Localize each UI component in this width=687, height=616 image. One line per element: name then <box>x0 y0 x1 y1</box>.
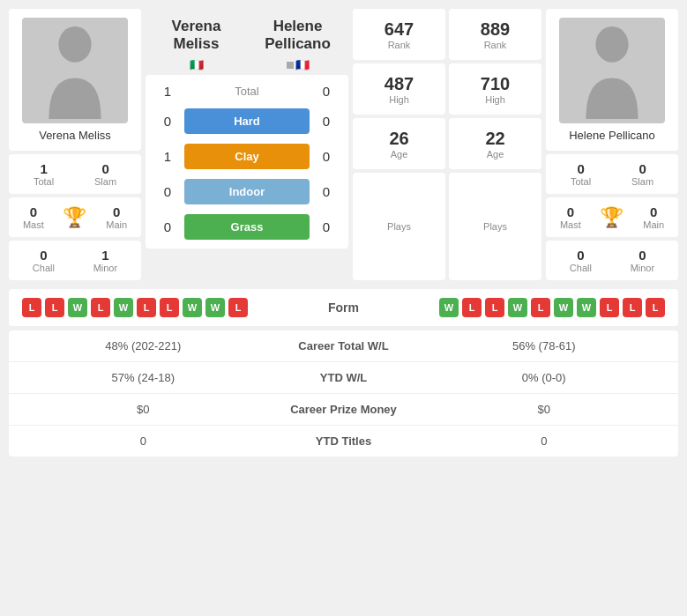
right-main-value: 0 <box>650 204 657 219</box>
right-slam-label: Slam <box>631 176 653 187</box>
right-slam-value: 0 <box>638 161 646 176</box>
left-total-surface: 1 <box>154 84 181 99</box>
left-main-label: Main <box>106 219 127 230</box>
right-ytd-wl: 0% (0-0) <box>423 371 666 384</box>
player-section: Verena Meliss 1 Total 0 Slam <box>0 0 687 289</box>
left-age-box: 26 Age <box>353 118 445 169</box>
left-flag: 🇮🇹 <box>146 58 247 71</box>
left-center-stats: 647 Rank 487 High 26 Age Plays <box>353 9 445 280</box>
right-total-label: Total <box>571 176 591 187</box>
form-badge-l: L <box>462 298 482 317</box>
right-header-name: HelenePellicano <box>247 18 348 54</box>
indoor-button[interactable]: Indoor <box>184 179 310 204</box>
form-badge-w: W <box>68 298 87 317</box>
form-badge-l: L <box>600 298 619 317</box>
right-high-box: 710 High <box>449 63 541 115</box>
right-chall-value: 0 <box>577 248 584 263</box>
center-right-stats: 647 Rank 487 High 26 Age Plays 889 <box>353 9 541 280</box>
left-slam-label: Slam <box>94 176 116 187</box>
left-header-name: VerenaMeliss <box>146 18 247 54</box>
grass-row: 0 Grass 0 <box>154 211 340 243</box>
left-indoor-score: 0 <box>154 184 181 199</box>
form-badge-w: W <box>554 298 573 317</box>
left-rank-label: Rank <box>357 40 441 50</box>
total-row: 1 Total 0 <box>154 80 340 102</box>
form-badge-l: L <box>137 298 156 317</box>
clay-row: 1 Clay 0 <box>154 140 340 173</box>
left-mast-cell: 0 Mast <box>23 204 44 230</box>
right-plays-box: Plays <box>449 173 541 280</box>
left-player-panel: Verena Meliss 1 Total 0 Slam <box>9 9 141 280</box>
left-minor-value: 1 <box>101 248 108 263</box>
right-high-label: High <box>453 94 537 105</box>
ytd-wl-label: YTD W/L <box>265 371 423 384</box>
left-name-header: VerenaMeliss 🇮🇹 <box>146 18 247 71</box>
left-chall-value: 0 <box>40 248 47 263</box>
right-stats-3: 0 Chall 0 Minor <box>546 241 678 280</box>
left-main-value: 0 <box>113 204 120 219</box>
left-stats-2: 0 Mast 🏆 0 Main <box>9 197 141 237</box>
left-ytd-wl: 57% (24-18) <box>22 371 265 384</box>
right-indoor-score: 0 <box>313 184 340 199</box>
players-names-row: VerenaMeliss 🇮🇹 HelenePellicano 🇫🇷 <box>146 9 348 71</box>
right-total-cell: 0 Total <box>571 161 591 187</box>
left-clay-score: 1 <box>154 149 181 164</box>
ytd-wl-row: 57% (24-18) YTD W/L 0% (0-0) <box>9 362 678 394</box>
hard-button[interactable]: Hard <box>184 108 310 134</box>
left-main-cell: 0 Main <box>106 204 127 230</box>
right-flag-dot <box>287 62 294 69</box>
left-plays-label: Plays <box>387 221 411 232</box>
prize-row: $0 Career Prize Money $0 <box>9 394 678 426</box>
right-form: WLLWLWWLLL <box>397 298 666 317</box>
left-minor-label: Minor <box>93 263 118 273</box>
left-slam-cell: 0 Slam <box>94 161 116 187</box>
left-trophy-icon: 🏆 <box>63 206 86 229</box>
right-mast-value: 0 <box>567 204 574 219</box>
left-total-cell: 1 Total <box>34 161 54 187</box>
career-wl-label: Career Total W/L <box>265 339 423 353</box>
right-rank-label: Rank <box>453 40 537 50</box>
grass-button[interactable]: Grass <box>184 214 310 240</box>
right-name-header: HelenePellicano 🇫🇷 <box>247 18 348 71</box>
right-stats-1: 0 Total 0 Slam <box>546 154 678 194</box>
right-age-box: 22 Age <box>449 118 541 169</box>
right-clay-score: 0 <box>313 149 340 164</box>
left-rank-box: 647 Rank <box>353 9 445 60</box>
right-grass-score: 0 <box>313 219 340 234</box>
right-titles: 0 <box>423 434 666 448</box>
clay-button[interactable]: Clay <box>184 144 310 169</box>
main-container: Verena Meliss 1 Total 0 Slam <box>0 0 687 456</box>
right-stats-2: 0 Mast 🏆 0 Main <box>546 197 678 237</box>
right-mast-cell: 0 Mast <box>560 204 581 230</box>
right-silhouette <box>572 22 652 119</box>
left-grass-score: 0 <box>154 219 181 234</box>
total-label: Total <box>181 85 313 98</box>
right-mast-label: Mast <box>560 219 581 230</box>
right-flag: 🇫🇷 <box>247 58 348 71</box>
form-label: Form <box>291 301 397 315</box>
prize-label: Career Prize Money <box>265 403 423 416</box>
left-hard-score: 0 <box>154 114 181 129</box>
left-player-name: Verena Meliss <box>39 129 111 142</box>
indoor-row: 0 Indoor 0 <box>154 175 340 208</box>
form-badge-l: L <box>623 298 642 317</box>
left-mast-label: Mast <box>23 219 44 230</box>
titles-row: 0 YTD Titles 0 <box>9 426 678 456</box>
right-career-wl: 56% (78-61) <box>423 339 666 353</box>
form-badge-w: W <box>508 298 527 317</box>
left-silhouette <box>35 22 115 119</box>
right-minor-cell: 0 Minor <box>631 248 655 273</box>
left-high-label: High <box>357 94 441 105</box>
right-rank-box: 889 Rank <box>449 9 541 60</box>
right-chall-cell: 0 Chall <box>570 248 592 273</box>
form-badge-l: L <box>22 298 41 317</box>
right-prize: $0 <box>423 403 666 416</box>
left-age-label: Age <box>357 149 441 160</box>
center-column: VerenaMeliss 🇮🇹 HelenePellicano 🇫🇷 1 Tot… <box>146 9 348 280</box>
right-trophy-icon: 🏆 <box>600 206 624 229</box>
right-total-surface: 0 <box>313 84 340 99</box>
left-prize: $0 <box>22 403 265 416</box>
form-badge-w: W <box>183 298 202 317</box>
stats-table: 48% (202-221) Career Total W/L 56% (78-6… <box>9 330 678 456</box>
right-rank-value: 889 <box>453 19 537 40</box>
